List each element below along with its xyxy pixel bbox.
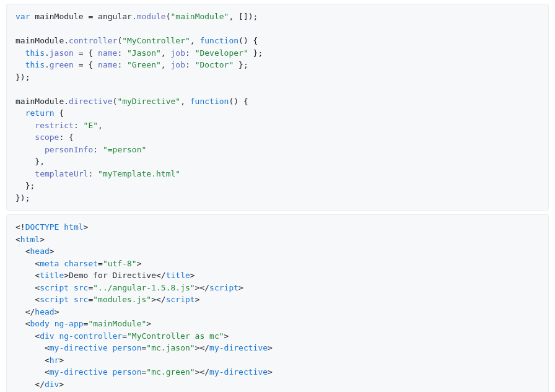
code-token: > [146,319,151,328]
code-token: > [137,259,142,268]
code-token: > [238,283,243,292]
code-token: </ [199,283,209,292]
code-token: this [25,48,45,58]
code-token: var [15,12,30,21]
code-token: }; [248,48,263,58]
code-token: script [209,283,238,292]
code-token: , [180,97,190,106]
code-token: < [35,259,40,268]
code-token: "utf-8" [103,259,137,268]
code-token: > [59,380,64,389]
code-token: > [55,307,59,316]
code-token: . [45,48,50,58]
code-token: hr [50,355,59,365]
code-token: "myDirective" [117,97,180,106]
code-token: > [268,343,273,352]
code-token: < [45,355,50,365]
code-token: "=person" [103,145,146,154]
code-token: this [25,60,45,69]
code-token [108,367,113,377]
code-token [108,343,113,352]
code-token: </ [199,367,209,377]
code-token: < [35,271,40,280]
code-token: Demo for Directive [69,271,156,280]
code-token: charset [64,259,98,268]
html-code-block: <!DOCTYPE html> <html> <head> <meta char… [6,214,549,392]
code-token: </ [156,295,166,304]
code-token: }, [15,157,45,166]
code-token: = [98,259,103,268]
code-token: () { [229,97,248,106]
code-token: title [166,271,190,280]
code-token [50,319,55,328]
code-token: src [74,295,88,304]
code-token: : [88,169,98,178]
code-token: directive [69,97,112,106]
code-token [69,283,74,292]
code-token: my-directive [209,343,268,352]
code-token: () { [238,36,258,45]
code-token: "MyController as mc" [127,331,224,341]
code-token: > [40,235,45,244]
code-token: "E" [84,121,98,130]
code-token: meta [40,259,59,268]
code-token: }); [15,193,30,203]
code-token: </ [25,307,35,316]
code-token: < [35,331,40,341]
code-token: : [74,121,84,130]
code-token: </ [199,343,209,352]
code-token: . [64,36,69,45]
code-token: > [50,246,55,256]
code-token: mainModule [15,36,64,45]
code-token: . [45,60,50,69]
code-token: head [30,246,49,256]
code-token: </ [156,271,166,280]
code-token: <! [15,222,25,232]
code-token: "Developer" [195,48,248,58]
code-token: , [190,36,200,45]
code-token: "Jason" [127,48,161,58]
code-token: : [93,145,103,154]
code-token: person [113,367,142,377]
code-token: name [98,48,117,58]
code-token: "../angular-1.5.8.js" [93,283,194,292]
code-token: ng-controller [59,331,122,341]
code-token: }; [234,60,248,69]
code-token: head [35,307,54,316]
code-token: : [117,60,127,69]
code-token: , [161,48,171,58]
code-token: : [117,48,127,58]
code-token: job [171,48,185,58]
code-token: { [55,108,64,118]
code-token: my-directive [50,367,108,377]
code-token: }; [15,181,35,190]
code-token: script [40,283,69,292]
code-token: "mainModule" [88,319,146,328]
code-token: < [15,235,20,244]
code-token: "Doctor" [195,60,234,69]
code-token: person [113,343,142,352]
code-token: < [45,343,50,352]
code-token: function [190,97,229,106]
code-token: script [166,295,195,304]
code-token: , []); [229,12,258,21]
code-token: : [185,60,195,69]
code-token: . [132,12,137,21]
code-token: > [190,271,195,280]
code-token: > [268,367,273,377]
code-token: html [20,235,40,244]
code-token: . [64,97,69,106]
code-token: > [195,295,200,304]
code-token: "MyController" [122,36,190,45]
code-token: div [40,331,54,341]
code-token: ( [166,12,171,21]
code-token: mainModule [35,12,83,21]
code-token: function [199,36,238,45]
code-token: > [84,222,89,232]
code-token: script [40,295,69,304]
code-token: > [59,355,64,365]
code-token: < [35,295,40,304]
code-token: my-directive [50,343,108,352]
code-token: controller [69,36,117,45]
code-token: DOCTYPE html [25,222,84,232]
